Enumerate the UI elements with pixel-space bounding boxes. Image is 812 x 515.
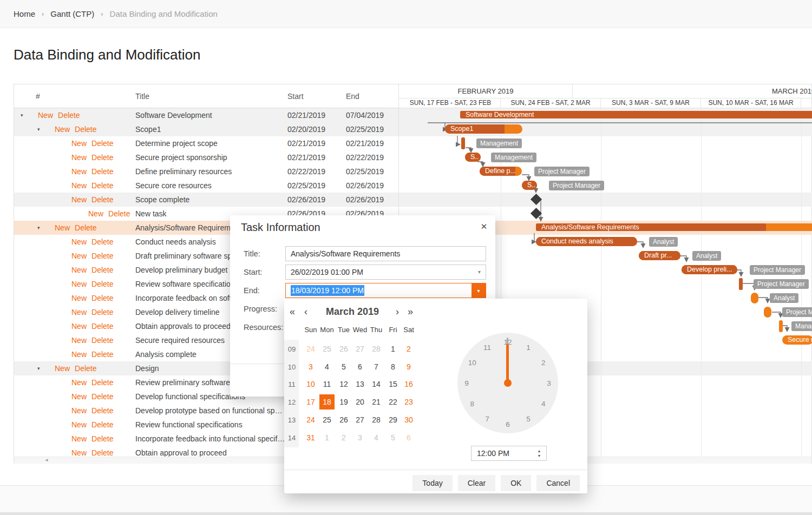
task-bar[interactable] [779, 320, 783, 332]
delete-task-link[interactable]: Delete [91, 181, 113, 190]
task-bar[interactable]: S.. [522, 181, 537, 190]
calendar-day[interactable]: 26 [336, 412, 351, 427]
calendar-day[interactable]: 27 [352, 412, 368, 427]
calendar-day[interactable]: 19 [336, 394, 351, 410]
table-row[interactable]: ▾NewDeleteSoftware Development02/21/2019… [14, 108, 398, 122]
task-bar[interactable] [751, 293, 758, 303]
calendar-day[interactable]: 24 [303, 412, 318, 427]
scroll-left-icon[interactable]: ◄ [44, 457, 49, 464]
calendar-day[interactable]: 28 [369, 412, 384, 427]
end-field[interactable]: 18/03/2019 12:00 PM ▾ [285, 283, 486, 298]
calendar-day[interactable]: 25 [319, 412, 335, 427]
title-field[interactable]: Analysis/Software Requirements [285, 246, 486, 261]
table-row[interactable]: NewDeleteScope complete02/26/201902/26/2… [14, 193, 398, 207]
new-task-link[interactable]: New [71, 434, 87, 443]
chevron-down-icon[interactable]: ▾ [478, 265, 481, 279]
calendar-day[interactable]: 26 [336, 341, 351, 356]
delete-task-link[interactable]: Delete [91, 237, 113, 246]
calendar-day[interactable]: 16 [401, 377, 416, 392]
calendar-day[interactable]: 6 [401, 430, 416, 445]
spin-up-icon[interactable]: ▲ [535, 449, 543, 453]
calendar-day[interactable]: 7 [369, 359, 384, 374]
new-task-link[interactable]: New [71, 280, 87, 288]
delete-task-link[interactable]: Delete [91, 420, 113, 429]
calendar-day[interactable]: 5 [385, 430, 401, 445]
calendar-day[interactable]: 13 [352, 377, 368, 392]
new-task-link[interactable]: New [71, 181, 87, 190]
delete-task-link[interactable]: Delete [91, 448, 113, 457]
task-bar[interactable]: Analysis/Software Requirements [536, 223, 812, 231]
delete-task-link[interactable]: Delete [91, 336, 113, 345]
task-bar[interactable] [764, 307, 771, 318]
task-bar[interactable] [739, 278, 743, 290]
new-task-link[interactable]: New [38, 111, 53, 120]
new-task-link[interactable]: New [71, 378, 87, 387]
new-task-link[interactable]: New [55, 125, 70, 134]
calendar-day[interactable]: 6 [352, 359, 368, 374]
new-task-link[interactable]: New [71, 336, 87, 345]
calendar-day[interactable]: 8 [385, 359, 401, 374]
task-bar[interactable]: Secure r... [782, 335, 812, 345]
new-task-link[interactable]: New [71, 350, 87, 359]
calendar-day[interactable]: 20 [352, 394, 368, 410]
calendar-day[interactable]: 1 [385, 341, 401, 356]
table-row[interactable]: NewDeleteSecure core resources02/25/2019… [14, 179, 398, 193]
new-task-link[interactable]: New [71, 167, 87, 176]
calendar-day[interactable]: 15 [385, 377, 401, 392]
new-task-link[interactable]: New [71, 153, 87, 162]
time-input[interactable]: 12:00 PM ▲ ▼ [471, 446, 547, 461]
previous-month-icon[interactable]: ‹ [304, 303, 307, 320]
new-task-link[interactable]: New [71, 139, 87, 148]
calendar-day[interactable]: 24 [303, 341, 318, 356]
delete-task-link[interactable]: Delete [91, 280, 113, 288]
new-task-link[interactable]: New [71, 294, 87, 302]
calendar-day[interactable]: 21 [369, 394, 384, 410]
calendar-day[interactable]: 10 [303, 377, 318, 392]
calendar-day[interactable]: 31 [303, 430, 318, 445]
table-row[interactable]: NewDeleteDetermine project scope02/21/20… [14, 136, 398, 150]
calendar-day[interactable]: 4 [369, 430, 384, 445]
calendar-day[interactable]: 17 [303, 394, 318, 410]
calendar-day[interactable]: 12 [336, 377, 351, 392]
new-task-link[interactable]: New [71, 392, 87, 401]
new-task-link[interactable]: New [55, 223, 70, 232]
task-bar[interactable] [461, 137, 465, 149]
delete-task-link[interactable]: Delete [91, 350, 113, 359]
delete-task-link[interactable]: Delete [108, 209, 130, 218]
expand-arrow-icon[interactable]: ▾ [37, 122, 40, 136]
new-task-link[interactable]: New [88, 209, 103, 218]
breadcrumb-item[interactable]: Gantt (CTP) [50, 9, 94, 18]
delete-task-link[interactable]: Delete [58, 111, 80, 120]
new-task-link[interactable]: New [71, 448, 87, 457]
close-icon[interactable]: ✕ [478, 221, 490, 233]
calendar-day-selected[interactable]: 18 [319, 394, 335, 410]
expand-arrow-icon[interactable]: ▾ [37, 221, 40, 235]
today-button[interactable]: Today [412, 475, 452, 491]
calendar-day[interactable]: 2 [401, 341, 416, 356]
new-task-link[interactable]: New [71, 322, 87, 331]
table-row[interactable]: ▾NewDeleteScope102/20/201902/25/2019 [14, 122, 398, 136]
calendar-day[interactable]: 27 [352, 341, 368, 356]
calendar-day[interactable]: 11 [319, 377, 335, 392]
table-row[interactable]: NewDeleteSecure project sponsorship02/21… [14, 150, 398, 164]
ok-button[interactable]: OK [501, 475, 531, 491]
clear-button[interactable]: Clear [458, 475, 495, 491]
next-year-icon[interactable]: » [408, 303, 413, 320]
calendar-day[interactable]: 4 [319, 359, 335, 374]
new-task-link[interactable]: New [71, 266, 87, 274]
task-bar[interactable]: Scope1 [445, 124, 522, 134]
delete-task-link[interactable]: Delete [91, 392, 113, 401]
time-spinner[interactable]: ▲ ▼ [535, 447, 543, 460]
new-task-link[interactable]: New [71, 252, 87, 260]
task-bar[interactable]: Define p... [480, 167, 522, 176]
delete-task-link[interactable]: Delete [91, 195, 113, 204]
task-bar[interactable]: Software Development [460, 111, 812, 118]
calendar-day[interactable]: 28 [369, 341, 384, 356]
calendar-day[interactable]: 14 [369, 377, 384, 392]
calendar-day[interactable]: 3 [303, 359, 318, 374]
task-bar[interactable]: Develop preli... [682, 265, 737, 274]
delete-task-link[interactable]: Delete [91, 167, 113, 176]
calendar-day[interactable]: 9 [401, 359, 416, 374]
delete-task-link[interactable]: Delete [75, 223, 96, 232]
breadcrumb-item[interactable]: Home [14, 9, 35, 18]
